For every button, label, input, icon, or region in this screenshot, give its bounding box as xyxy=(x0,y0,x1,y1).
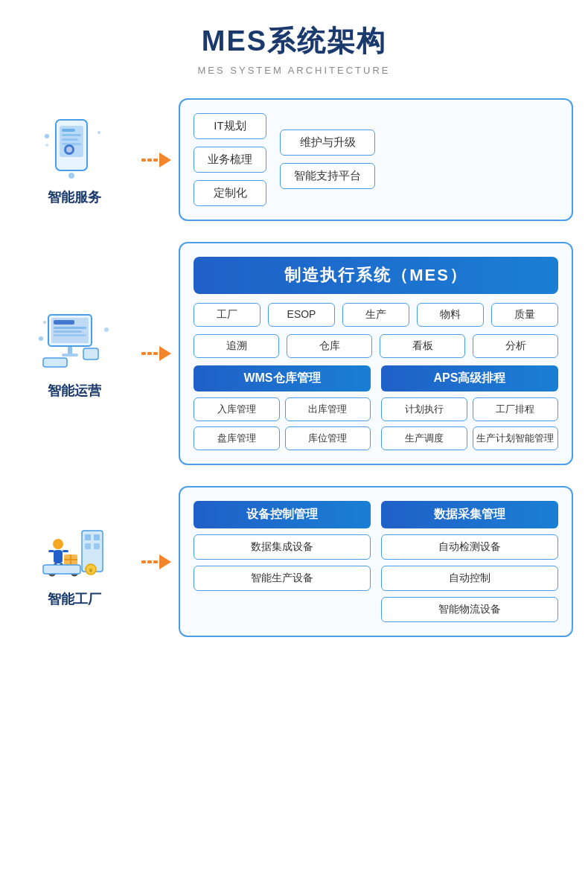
smart-service-label: 智能服务 xyxy=(48,188,101,206)
data-col: 数据采集管理 自动检测设备 自动控制 智能物流设备 xyxy=(381,501,558,622)
wms-header: WMS仓库管理 xyxy=(194,365,371,391)
dash xyxy=(147,560,152,563)
smart-ops-icon-area: 智能运营 xyxy=(15,307,134,400)
data-tag-1: 自动控制 xyxy=(381,566,558,591)
wms-box: WMS仓库管理 入库管理 出库管理 盘库管理 库位管理 xyxy=(194,365,371,450)
svg-rect-31 xyxy=(54,550,63,563)
svg-point-10 xyxy=(45,144,48,147)
aps-tag-0: 计划执行 xyxy=(381,397,467,421)
section-smart-service: 智能服务 IT规划 业务梳理 定制化 维护与升级 智能支持平台 xyxy=(15,98,573,221)
smart-service-content: IT规划 业务梳理 定制化 维护与升级 智能支持平台 xyxy=(179,98,573,221)
svg-rect-5 xyxy=(62,143,81,145)
aps-header: APS高级排程 xyxy=(381,365,558,391)
svg-point-9 xyxy=(45,134,49,138)
arrow-dashes-2 xyxy=(141,346,171,361)
svg-rect-3 xyxy=(62,134,81,136)
svg-point-23 xyxy=(104,327,109,332)
s3-grid: 设备控制管理 数据集成设备 智能生产设备 数据采集管理 自动检测设备 自动控制 … xyxy=(194,501,558,622)
s1-col2: 维护与升级 智能支持平台 xyxy=(280,130,375,189)
arrow-1 xyxy=(134,153,179,167)
s2-bottom-row: WMS仓库管理 入库管理 出库管理 盘库管理 库位管理 APS高级排程 计划执行… xyxy=(194,365,558,450)
svg-rect-26 xyxy=(85,534,91,540)
smart-factory-icon-area: ¥ 智能工厂 xyxy=(15,516,134,608)
mes-row1: 工厂 ESOP 生产 物料 质量 xyxy=(194,303,558,327)
aps-tags: 计划执行 工厂排程 生产调度 生产计划智能管理 xyxy=(381,397,558,450)
page-subtitle: MES SYSTEM ARCHITECTURE xyxy=(198,65,391,76)
mes-tag-warehouse: 仓库 xyxy=(287,334,372,358)
svg-text:¥: ¥ xyxy=(89,567,93,574)
mes-tag-kanban: 看板 xyxy=(380,334,465,358)
equip-tag-0: 数据集成设备 xyxy=(194,534,371,560)
arrow-3 xyxy=(134,554,179,569)
s1-grid: IT规划 业务梳理 定制化 维护与升级 智能支持平台 xyxy=(194,113,558,206)
smart-ops-label: 智能运营 xyxy=(48,382,101,400)
svg-rect-27 xyxy=(94,534,100,540)
mes-tag-factory: 工厂 xyxy=(194,303,261,327)
arrow-head xyxy=(159,153,171,167)
dash xyxy=(147,159,152,162)
tag-smart-support: 智能支持平台 xyxy=(280,163,375,189)
dash xyxy=(141,560,146,563)
svg-rect-17 xyxy=(54,334,86,336)
mes-header: 制造执行系统（MES） xyxy=(194,257,558,294)
aps-tag-3: 生产计划智能管理 xyxy=(473,426,559,450)
smart-factory-icon: ¥ xyxy=(37,516,112,583)
equipment-header: 设备控制管理 xyxy=(194,501,371,528)
dash xyxy=(141,159,146,162)
mes-tag-material: 物料 xyxy=(417,303,484,327)
page-title: MES系统架构 xyxy=(202,22,386,60)
mes-tag-production: 生产 xyxy=(342,303,409,327)
smart-factory-label: 智能工厂 xyxy=(48,590,101,608)
tag-maintain: 维护与升级 xyxy=(280,130,375,156)
svg-point-22 xyxy=(39,336,43,341)
data-header: 数据采集管理 xyxy=(381,501,558,528)
mes-tag-analysis: 分析 xyxy=(473,334,558,358)
aps-box: APS高级排程 计划执行 工厂排程 生产调度 生产计划智能管理 xyxy=(381,365,558,450)
svg-rect-21 xyxy=(83,348,98,359)
dash xyxy=(147,352,152,355)
mes-tag-trace: 追溯 xyxy=(194,334,279,358)
dash xyxy=(153,159,158,162)
section-smart-factory: ¥ 智能工厂 设备控制管理 数据集成设备 智能生产设备 数据采集管理 xyxy=(15,486,573,637)
svg-point-30 xyxy=(53,539,63,549)
arrow-dashes-3 xyxy=(141,554,171,569)
arrow-head xyxy=(159,346,171,361)
svg-rect-20 xyxy=(43,358,67,367)
svg-rect-29 xyxy=(94,543,100,549)
equip-tag-1: 智能生产设备 xyxy=(194,566,371,591)
wms-tag-1: 出库管理 xyxy=(285,397,371,421)
wms-tag-0: 入库管理 xyxy=(194,397,280,421)
dash xyxy=(153,560,158,563)
section-smart-ops: 智能运营 制造执行系统（MES） 工厂 ESOP 生产 物料 质量 追溯 仓库 … xyxy=(15,242,573,465)
mes-row2: 追溯 仓库 看板 分析 xyxy=(194,334,558,358)
smart-service-icon-area: 智能服务 xyxy=(15,114,134,206)
svg-rect-28 xyxy=(85,543,91,549)
svg-rect-2 xyxy=(62,129,75,132)
svg-rect-32 xyxy=(48,550,54,552)
aps-tag-1: 工厂排程 xyxy=(473,397,559,421)
smart-ops-icon xyxy=(37,307,112,374)
svg-rect-16 xyxy=(54,330,82,333)
wms-tag-2: 盘库管理 xyxy=(194,426,280,450)
data-tag-0: 自动检测设备 xyxy=(381,534,558,560)
dash xyxy=(153,352,158,355)
tag-business: 业务梳理 xyxy=(194,147,266,173)
svg-rect-14 xyxy=(54,320,74,324)
smart-factory-content: 设备控制管理 数据集成设备 智能生产设备 数据采集管理 自动检测设备 自动控制 … xyxy=(179,486,573,637)
data-tags: 自动检测设备 自动控制 智能物流设备 xyxy=(381,534,558,622)
equipment-col: 设备控制管理 数据集成设备 智能生产设备 xyxy=(194,501,371,622)
tag-customize: 定制化 xyxy=(194,180,266,206)
svg-rect-41 xyxy=(43,565,80,574)
data-tag-2: 智能物流设备 xyxy=(381,597,558,622)
equipment-tags: 数据集成设备 智能生产设备 xyxy=(194,534,371,591)
s1-col1: IT规划 业务梳理 定制化 xyxy=(194,113,266,206)
arrow-dashes-1 xyxy=(141,153,171,167)
smart-ops-content: 制造执行系统（MES） 工厂 ESOP 生产 物料 质量 追溯 仓库 看板 分析… xyxy=(179,242,573,465)
svg-rect-19 xyxy=(62,354,78,357)
svg-rect-33 xyxy=(63,550,68,552)
svg-point-8 xyxy=(68,173,74,179)
svg-point-7 xyxy=(66,147,72,153)
arrow-2 xyxy=(134,346,179,361)
svg-point-11 xyxy=(98,131,100,134)
wms-tag-3: 库位管理 xyxy=(285,426,371,450)
